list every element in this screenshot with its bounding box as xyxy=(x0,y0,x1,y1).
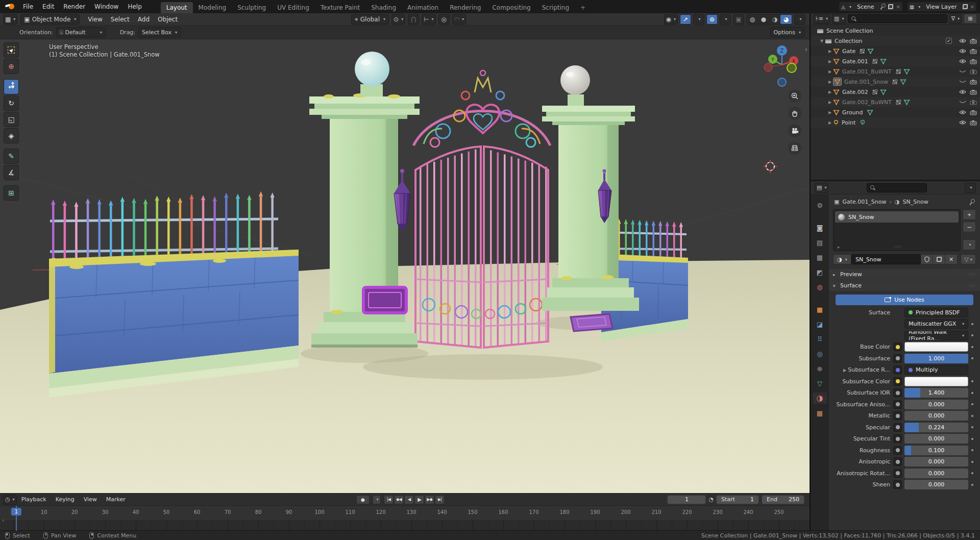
unlink-scene-icon[interactable]: ✕ xyxy=(896,4,900,10)
remove-slot-button[interactable]: − xyxy=(963,222,976,232)
viewport-menu-add[interactable]: Add xyxy=(134,13,154,26)
outliner-item-label[interactable]: Scene Collection xyxy=(826,28,873,34)
eye-closed-icon[interactable] xyxy=(959,100,966,105)
value-slider[interactable]: 0.000 xyxy=(904,400,968,409)
unlink-material-button[interactable]: ✕ xyxy=(945,254,958,264)
pin-icon[interactable] xyxy=(969,199,975,205)
snap-target-dropdown[interactable]: ⊢▾ xyxy=(422,14,435,24)
gizmo-negative-z-axis[interactable] xyxy=(778,78,786,86)
drag-grip-icon[interactable]: ∷∷ xyxy=(969,272,976,277)
sidebar-collapse-arrow[interactable]: ‹ xyxy=(805,45,807,53)
render-enabled-icon[interactable] xyxy=(970,79,977,85)
measure-tool[interactable]: ∡ xyxy=(4,165,19,180)
animate-dot[interactable] xyxy=(968,426,976,428)
outliner-row-gate.001_snow[interactable]: ▶Gate.001_Snow xyxy=(811,77,980,87)
fake-user-button[interactable] xyxy=(921,254,933,264)
breadcrumb-object[interactable]: Gate.001_Snow xyxy=(842,199,886,205)
animate-dot[interactable] xyxy=(968,334,976,336)
value-slider[interactable]: 0.000 xyxy=(904,457,968,467)
viewport-menu-object[interactable]: Object xyxy=(154,13,182,26)
expand-right-icon[interactable]: ▶ xyxy=(827,59,833,64)
proportional-falloff-dropdown[interactable]: ◠▾ xyxy=(452,14,467,24)
animate-dot[interactable] xyxy=(968,415,976,417)
workspace-tab-rendering[interactable]: Rendering xyxy=(444,2,486,13)
animate-dot[interactable] xyxy=(968,484,976,486)
workspace-tab-modeling[interactable]: Modeling xyxy=(193,2,232,13)
shading-dropdown[interactable]: ▾ xyxy=(794,14,805,24)
purple-plaque-mesh[interactable] xyxy=(363,287,406,313)
drag-mode-dropdown[interactable]: Select Box ▾ xyxy=(138,27,181,37)
tab-object-data[interactable]: ▽ xyxy=(813,378,827,389)
collection-checkbox[interactable]: ✓ xyxy=(946,38,952,44)
select-box-tool[interactable] xyxy=(4,42,19,58)
value-slider[interactable]: 0.000 xyxy=(904,480,968,489)
eye-closed-icon[interactable] xyxy=(959,79,966,84)
menu-file[interactable]: File xyxy=(18,0,38,13)
properties-options-dropdown[interactable]: ▾ xyxy=(965,183,976,193)
material-specials-dropdown[interactable]: ▽▾ xyxy=(961,254,976,264)
workspace-tab-compositing[interactable]: Compositing xyxy=(486,2,536,13)
view-layer-selector[interactable]: ▦▾ View Layer ✕ xyxy=(907,2,977,12)
annotate-tool[interactable]: ✎ xyxy=(4,149,19,164)
animate-dot[interactable] xyxy=(968,392,976,394)
outliner-item-label[interactable]: Gate.001_Snow xyxy=(844,79,888,85)
remove-view-layer-icon[interactable]: ✕ xyxy=(970,4,974,10)
eye-open-icon[interactable] xyxy=(959,48,966,54)
outliner-filter-dropdown[interactable]: ∇▾ xyxy=(949,14,962,24)
surface-panel-header[interactable]: ▾ Surface ∷∷ xyxy=(829,280,980,291)
expand-right-icon[interactable]: ▶ xyxy=(827,90,833,94)
selectability-visibility-dropdown[interactable]: ◉▾ xyxy=(664,14,678,24)
add-cube-tool[interactable]: ⊞ xyxy=(4,185,19,201)
distribution-dropdown[interactable]: Multiscatter GGX▾ xyxy=(904,319,968,329)
new-material-button[interactable] xyxy=(933,254,945,264)
outliner-item-label[interactable]: Gate.002 xyxy=(842,89,868,95)
eye-open-icon[interactable] xyxy=(959,120,966,125)
viewport-menu-select[interactable]: Select xyxy=(107,13,134,26)
scene-name[interactable]: Scene xyxy=(854,4,877,10)
timeline-track[interactable] xyxy=(0,520,810,530)
default-orientation-dropdown[interactable]: ⍗ Default ▾ xyxy=(56,27,106,37)
breadcrumb-material[interactable]: SN_Snow xyxy=(902,199,928,205)
menu-window[interactable]: Window xyxy=(90,0,123,13)
value-slider[interactable]: 0.224 xyxy=(904,423,968,432)
auto-keying-button[interactable]: ● xyxy=(356,495,370,504)
value-slider[interactable]: 1.000 xyxy=(904,354,968,363)
expand-right-icon[interactable]: ▶ xyxy=(827,49,833,54)
outliner-item-label[interactable]: Gate.002_BuWNT xyxy=(842,99,892,106)
tab-material[interactable]: ◑ xyxy=(813,392,827,404)
transform-orientation-dropdown[interactable]: ⌖ Global ▾ xyxy=(351,14,389,24)
view-layer-name[interactable]: View Layer xyxy=(923,4,960,10)
tab-particles[interactable]: ⠿ xyxy=(813,333,827,345)
properties-search-input[interactable] xyxy=(867,183,927,192)
timeline-editor-type-dropdown[interactable]: ◷▾ xyxy=(3,495,17,505)
value-slider[interactable]: 0.100 xyxy=(904,446,968,455)
zoom-button[interactable] xyxy=(788,89,801,103)
options-dropdown[interactable]: Options ▾ xyxy=(770,27,804,37)
xray-toggle[interactable]: ▣ xyxy=(733,14,744,24)
expand-right-icon[interactable]: ▶ xyxy=(827,69,833,74)
move-tool[interactable]: ↔↕ xyxy=(4,79,19,94)
proportional-editing-toggle[interactable]: ◎ xyxy=(438,14,450,24)
value-slider[interactable]: 0.000 xyxy=(904,469,968,478)
frame-end-field[interactable]: End250 xyxy=(762,495,804,504)
material-preview-icon[interactable]: ◑ xyxy=(769,15,780,24)
rotate-tool[interactable]: ↻ xyxy=(4,95,19,111)
navigation-gizmo[interactable]: Z Y X xyxy=(763,44,801,88)
slot-specials-dropdown[interactable]: ▾ xyxy=(963,239,976,250)
tab-object[interactable]: ■ xyxy=(813,304,827,315)
use-nodes-button[interactable]: Use Nodes xyxy=(836,294,973,305)
animate-dot[interactable] xyxy=(968,438,976,440)
render-disabled-icon[interactable] xyxy=(970,100,977,105)
scene-selector[interactable]: ◬▾ Scene ✕ xyxy=(839,2,903,12)
timeline-expand-arrow[interactable]: › xyxy=(2,517,4,524)
add-slot-button[interactable]: ＋ xyxy=(963,209,976,220)
play-reverse-button[interactable]: ◀ xyxy=(404,495,414,504)
outliner-row-scene-collection[interactable]: Scene Collection xyxy=(811,26,980,36)
blender-logo-icon[interactable] xyxy=(5,3,14,10)
rendered-shading-icon[interactable]: ◕ xyxy=(780,15,792,24)
expand-right-icon[interactable]: ▶ xyxy=(827,80,833,84)
animate-dot[interactable] xyxy=(968,346,976,348)
new-collection-button[interactable]: ⊞ xyxy=(964,14,977,23)
outliner-display-mode-dropdown[interactable]: ▥▾ xyxy=(832,14,846,24)
workspace-tab-sculpting[interactable]: Sculpting xyxy=(232,2,272,13)
